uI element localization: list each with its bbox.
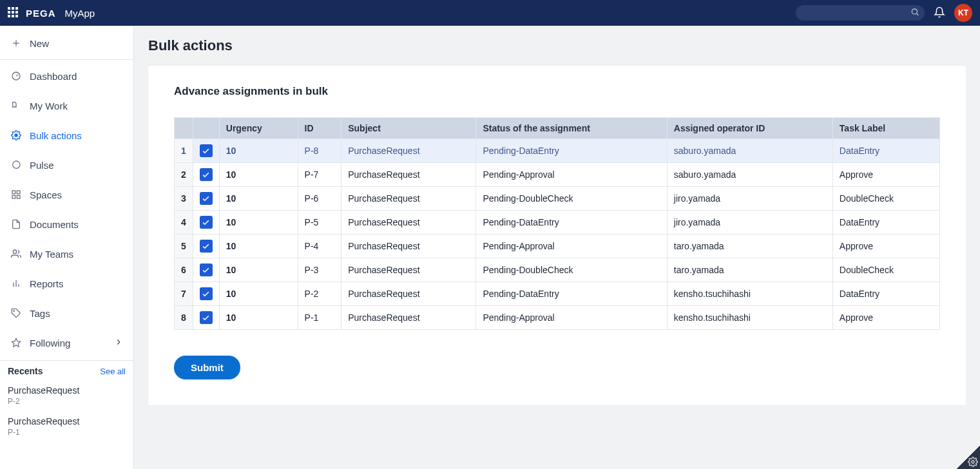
submit-button[interactable]: Submit [174,356,240,379]
sidebar-item-label: Dashboard [30,71,77,82]
mywork-icon [10,100,22,111]
cell-urgency: 10 [219,187,298,211]
cell-urgency: 10 [219,282,298,306]
table-row[interactable]: 610P-3PurchaseRequestPending-DoubleCheck… [175,258,940,282]
myteams-icon [10,248,22,260]
svg-point-10 [13,250,16,253]
sidebar-item-documents[interactable]: Documents [0,209,133,239]
settings-corner-icon[interactable] [957,446,980,469]
row-checkbox[interactable] [200,168,213,181]
svg-rect-9 [17,195,20,198]
sidebar-item-label: Following [30,338,70,349]
sidebar-item-label: My Teams [30,249,73,260]
table-header[interactable]: Urgency [219,118,298,139]
cell-status: Pending-DoubleCheck [476,187,667,211]
table-row[interactable]: 410P-5PurchaseRequestPending-DataEntryji… [175,211,940,235]
svg-point-16 [972,461,974,463]
row-checkbox[interactable] [200,144,213,157]
sidebar-item-pulse[interactable]: Pulse [0,150,133,180]
tags-icon [10,307,22,319]
table-header[interactable]: Task Label [832,118,939,139]
row-checkbox[interactable] [200,287,213,300]
cell-subject: PurchaseRequest [341,187,476,211]
sidebar-item-new[interactable]: New [0,28,133,58]
table-row[interactable]: 710P-2PurchaseRequestPending-DataEntryke… [175,282,940,306]
sidebar: NewDashboardMy WorkBulk actionsPulseSpac… [0,26,134,469]
table-header[interactable] [175,118,193,139]
row-checkbox[interactable] [200,263,213,276]
sidebar-item-reports[interactable]: Reports [0,269,133,298]
row-checkbox[interactable] [200,216,213,229]
table-header[interactable]: Status of the assignment [476,118,667,139]
svg-rect-8 [12,195,15,198]
table-header[interactable] [193,118,219,139]
card-title: Advance assignments in bulk [174,85,940,98]
cell-operator: jiro.yamada [667,211,832,235]
sidebar-item-mywork[interactable]: My Work [0,91,133,120]
sidebar-item-bulk[interactable]: Bulk actions [0,120,133,150]
table-row[interactable]: 310P-6PurchaseRequestPending-DoubleCheck… [175,187,940,211]
bulk-actions-card: Advance assignments in bulk UrgencyIDSub… [148,66,966,405]
table-row[interactable]: 110P-8PurchaseRequestPending-DataEntrysa… [175,139,940,163]
row-checkbox[interactable] [200,240,213,253]
row-number: 8 [175,306,193,330]
table-row[interactable]: 510P-4PurchaseRequestPending-Approvaltar… [175,235,940,258]
table-header[interactable]: Assigned operator ID [667,118,832,139]
cell-status: Pending-DataEntry [476,282,667,306]
top-bar: PEGA MyApp KT [0,0,980,26]
documents-icon [10,218,22,230]
sidebar-item-myteams[interactable]: My Teams [0,239,133,269]
following-icon [10,337,22,349]
see-all-link[interactable]: See all [100,367,126,376]
sidebar-item-label: Documents [30,219,79,230]
svg-marker-15 [12,338,20,347]
svg-point-14 [14,311,14,311]
cell-urgency: 10 [219,163,298,187]
recent-item[interactable]: PurchaseRequestP-2 [0,381,133,412]
notifications-icon[interactable] [934,6,945,20]
row-checkbox-cell [193,139,219,163]
cell-task: Approve [832,163,939,187]
row-checkbox-cell [193,258,219,282]
sidebar-item-label: Reports [30,278,64,289]
cell-task: Approve [832,306,939,330]
search-input[interactable] [796,5,925,21]
cell-operator: kensho.tsuchihashi [667,282,832,306]
row-checkbox-cell [193,235,219,258]
sidebar-item-dashboard[interactable]: Dashboard [0,61,133,91]
recent-item-title: PurchaseRequest [8,385,126,396]
sidebar-item-spaces[interactable]: Spaces [0,180,133,209]
cell-task: DataEntry [832,139,939,163]
table-header[interactable]: Subject [341,118,476,139]
cell-task: DataEntry [832,282,939,306]
recent-item-sub: P-1 [8,428,126,437]
row-checkbox[interactable] [200,311,213,324]
row-checkbox-cell [193,187,219,211]
cell-task: Approve [832,235,939,258]
table-header[interactable]: ID [298,118,341,139]
cell-urgency: 10 [219,211,298,235]
cell-subject: PurchaseRequest [341,282,476,306]
svg-rect-7 [17,191,20,194]
cell-operator: taro.yamada [667,258,832,282]
sidebar-item-tags[interactable]: Tags [0,298,133,328]
recent-item-title: PurchaseRequest [8,416,126,426]
sidebar-item-label: My Work [30,100,68,111]
table-row[interactable]: 210P-7PurchaseRequestPending-Approvalsab… [175,163,940,187]
app-launcher-icon[interactable] [8,7,19,19]
user-avatar[interactable]: KT [954,4,972,22]
row-checkbox-cell [193,163,219,187]
cell-operator: kensho.tsuchihashi [667,306,832,330]
row-checkbox[interactable] [200,192,213,205]
chevron-right-icon [114,338,123,349]
brand-label: PEGA [26,8,56,19]
sidebar-item-label: Bulk actions [30,130,82,141]
recent-item[interactable]: PurchaseRequestP-1 [0,412,133,443]
dashboard-icon [10,70,22,82]
sidebar-item-following[interactable]: Following [0,328,133,358]
cell-urgency: 10 [219,258,298,282]
cell-id: P-4 [298,235,341,258]
cell-operator: taro.yamada [667,235,832,258]
table-row[interactable]: 810P-1PurchaseRequestPending-Approvalken… [175,306,940,330]
global-search [796,5,925,21]
